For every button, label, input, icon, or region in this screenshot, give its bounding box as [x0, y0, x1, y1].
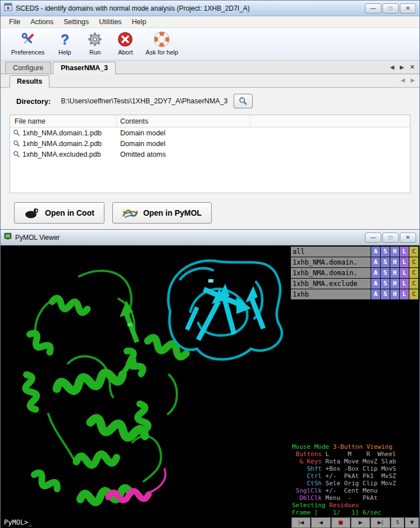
file-contents: Domain model — [117, 140, 166, 148]
open-in-coot-label: Open in Coot — [45, 208, 94, 217]
menu-actions[interactable]: Actions — [25, 17, 58, 27]
show-S-button[interactable]: S — [381, 279, 390, 289]
sceds-titlebar[interactable]: SCEDS - identify domains with normal mod… — [1, 1, 419, 16]
action-buttons: Open in Coot Open in PyMOL — [14, 202, 212, 224]
close-button[interactable]: ✕ — [400, 233, 416, 243]
object-name-button[interactable]: 1xhb_NMA.exclude — [291, 279, 371, 289]
tab-results[interactable]: Results — [10, 75, 49, 88]
tab-close-icon[interactable]: ✕ — [410, 63, 415, 71]
minimize-button[interactable]: — — [365, 233, 381, 243]
column-header-file-name[interactable]: File name — [10, 115, 117, 127]
directory-label: Directory: — [16, 97, 51, 106]
table-row[interactable]: 1xhb_NMA.domain.1.pdb Domain model — [10, 128, 410, 138]
maximize-button[interactable]: □ — [382, 3, 399, 13]
mouse-help-panel: Mouse Mode 3-Button Viewing Buttons L M … — [292, 443, 419, 516]
molecule-viewport[interactable]: PyMOL>_ — [1, 245, 290, 528]
label-L-button[interactable]: L — [400, 257, 409, 267]
ask-for-help-button[interactable]: Ask for help — [140, 30, 183, 56]
object-row: all A S H L C — [291, 247, 418, 257]
show-S-button[interactable]: S — [381, 257, 390, 267]
color-C-button[interactable]: C — [409, 279, 418, 289]
scene-button[interactable]: S — [391, 517, 405, 528]
frame-counter-line: Frame [ 1/ 1] 6/sec — [292, 509, 419, 516]
action-A-button[interactable]: A — [371, 257, 380, 267]
first-frame-button[interactable]: |◀ — [291, 517, 311, 528]
column-header-contents[interactable]: Contents — [117, 115, 250, 127]
mouse-help-line: Buttons L M R Wheel — [292, 450, 419, 458]
object-row: 1xhb_NMA.domain. A S H L C — [291, 257, 418, 267]
color-C-button[interactable]: C — [409, 289, 418, 299]
tab-configure[interactable]: Configure — [5, 62, 51, 74]
object-list: all A S H L C 1xhb_NMA.domain. A S H L C — [291, 247, 418, 300]
last-frame-button[interactable]: ▶| — [371, 517, 390, 528]
results-panel: Directory: B:\Users\oeffner\Tests\1XHB_2… — [1, 88, 419, 230]
run-button[interactable]: Run — [80, 30, 110, 56]
menu-help[interactable]: Help — [127, 17, 152, 27]
object-name-button[interactable]: 1xhb — [291, 289, 371, 299]
label-L-button[interactable]: L — [400, 247, 409, 257]
object-name-button[interactable]: all — [291, 247, 371, 257]
protein-structure[interactable] — [1, 245, 290, 528]
minimize-button[interactable]: — — [365, 3, 381, 13]
tab-phasernma[interactable]: PhaserNMA_3 — [53, 62, 116, 74]
show-S-button[interactable]: S — [381, 268, 390, 278]
menu-file[interactable]: File — [4, 17, 25, 27]
mouse-help-line: Ctrl +/- PkAt Pk1 MvSZ — [292, 472, 419, 480]
pymol-command-prompt[interactable]: PyMOL>_ — [4, 518, 33, 526]
abort-button[interactable]: Abort — [110, 30, 140, 56]
menu-settings[interactable]: Settings — [58, 17, 94, 27]
tab-scroll-left-icon[interactable]: ◀ — [390, 64, 394, 70]
show-S-button[interactable]: S — [381, 289, 390, 299]
hide-H-button[interactable]: H — [390, 247, 399, 257]
label-L-button[interactable]: L — [400, 268, 409, 278]
open-in-coot-button[interactable]: Open in Coot — [14, 202, 104, 224]
object-name-button[interactable]: 1xhb_NMA.domain. — [291, 257, 371, 267]
action-A-button[interactable]: A — [371, 247, 380, 257]
tab-navigation: ◀ ▶ ✕ — [390, 63, 415, 71]
action-A-button[interactable]: A — [371, 279, 380, 289]
directory-value: B:\Users\oeffner\Tests\1XHB_2DY7_A\Phase… — [61, 97, 227, 105]
menu-dropdown-button[interactable]: ▼ — [405, 517, 419, 528]
play-button[interactable]: ▶ — [351, 517, 370, 528]
hide-H-button[interactable]: H — [390, 279, 399, 289]
help-button[interactable]: ? Help — [49, 30, 80, 56]
table-row[interactable]: 1xhb_NMA.excluded.pdb Omitted atoms — [10, 149, 410, 160]
tab-scroll-right-icon[interactable]: ▶ — [400, 64, 404, 70]
hide-H-button[interactable]: H — [390, 268, 399, 278]
sceds-window-title: SCEDS - identify domains with normal mod… — [16, 4, 362, 12]
action-A-button[interactable]: A — [371, 289, 380, 299]
close-button[interactable]: ✕ — [400, 3, 416, 13]
label-L-button[interactable]: L — [400, 289, 409, 299]
hide-H-button[interactable]: H — [390, 257, 399, 267]
color-C-button[interactable]: C — [409, 247, 418, 257]
previous-frame-button[interactable]: ◀ — [311, 517, 330, 528]
action-A-button[interactable]: A — [371, 268, 380, 278]
table-row[interactable]: 1xhb_NMA.domain.2.pdb Domain model — [10, 138, 410, 149]
color-C-button[interactable]: C — [409, 257, 418, 267]
maximize-button[interactable]: □ — [382, 233, 399, 243]
file-name[interactable]: 1xhb_NMA.excluded.pdb — [22, 151, 101, 158]
stop-button[interactable]: ■ — [331, 517, 350, 528]
pymol-titlebar[interactable]: PyMOL Viewer — □ ✕ — [1, 230, 419, 245]
subtab-scroll-left-icon[interactable]: ◀ — [401, 77, 405, 83]
file-name[interactable]: 1xhb_NMA.domain.1.pdb — [22, 129, 102, 137]
browse-directory-button[interactable] — [234, 94, 253, 108]
hide-H-button[interactable]: H — [390, 289, 399, 299]
color-C-button[interactable]: C — [409, 268, 418, 278]
tools-icon — [19, 30, 37, 48]
show-S-button[interactable]: S — [381, 247, 390, 257]
preferences-button[interactable]: Preferences — [6, 30, 49, 56]
file-name[interactable]: 1xhb_NMA.domain.2.pdb — [22, 140, 102, 148]
label-L-button[interactable]: L — [400, 279, 409, 289]
window-controls: — □ ✕ — [365, 3, 416, 13]
subtab-scroll-right-icon[interactable]: ▶ — [410, 77, 415, 83]
gear-icon — [86, 30, 104, 48]
object-row: 1xhb_NMA.domain. A S H L C — [291, 268, 418, 278]
preferences-label: Preferences — [11, 49, 44, 56]
object-name-button[interactable]: 1xhb_NMA.domain. — [291, 268, 371, 278]
file-contents: Omitted atoms — [117, 151, 166, 158]
life-ring-icon — [153, 30, 171, 48]
open-in-pymol-button[interactable]: Open in PyMOL — [112, 202, 212, 224]
pymol-window-controls: — □ ✕ — [365, 233, 416, 243]
menu-utilities[interactable]: Utilities — [94, 17, 126, 27]
